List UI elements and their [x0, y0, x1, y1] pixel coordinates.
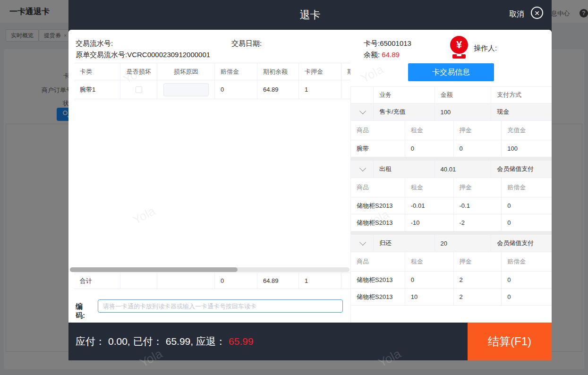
amount-cell: 20: [435, 235, 492, 252]
sub-table-row: 储物柜S2013 -0.01 -0.1 0: [351, 197, 552, 214]
deposit-cell: 2: [454, 272, 502, 288]
chevron-down-icon[interactable]: [359, 239, 366, 246]
sub-table-row: 腕带 0 0 100: [351, 140, 552, 157]
deposit-cell: 0: [454, 140, 502, 157]
balance-value: 64.89: [382, 51, 400, 59]
goods-cell: 储物柜S2013: [351, 214, 405, 231]
cell-compensation: 0: [215, 80, 257, 99]
total-damaged: [120, 273, 157, 289]
balance: 余额: 64.89: [364, 51, 400, 60]
rent-cell: 0: [405, 140, 454, 157]
rent-cell: 10: [405, 289, 454, 305]
deposit-cell: 2: [454, 289, 502, 305]
subcol-recharge: 充值金: [502, 121, 552, 140]
subcol-deposit: 押金: [454, 178, 502, 197]
operator-yuan-icon: ¥: [449, 36, 470, 59]
operator-label: 操作人:: [474, 44, 497, 53]
subcol-deposit: 押金: [454, 121, 502, 140]
card-no: 卡号:65001013: [364, 39, 411, 48]
yuan-icon-base: [452, 54, 466, 59]
chevron-down-icon[interactable]: [359, 165, 366, 171]
modal-header: 退卡 取消 ✕: [68, 0, 552, 30]
modal-title: 退卡: [68, 0, 552, 30]
total-card-deposit: 1: [299, 273, 341, 289]
code-input[interactable]: [98, 299, 343, 313]
subcol-goods: 商品: [351, 252, 405, 271]
paid-value: 65.99,: [166, 336, 193, 347]
subcol-goods: 商品: [351, 178, 405, 197]
col-card-deposit: 卡押金: [299, 63, 341, 80]
damage-reason-input[interactable]: [163, 83, 209, 96]
card-no-label: 卡号:: [364, 39, 380, 47]
goods-cell: 储物柜S2013: [351, 272, 405, 288]
sub-table-header: 商品 租金 押金 赔偿金: [351, 178, 552, 197]
cell-card-type: 腕带1: [74, 80, 120, 99]
settlement-summary: 应付： 0.00, 已付： 65.99, 应退： 65.99: [76, 323, 256, 360]
table-row: 腕带1 0 64.89 1: [74, 80, 350, 99]
card-trade-info-panel: 业务 金额 支付方式 售卡/充值 100 现金 商品 租金 押金 充值金: [350, 86, 552, 323]
cell-card-deposit: 1: [299, 80, 341, 99]
trade-table-header: 业务 金额 支付方式: [351, 86, 552, 103]
sub-table-header: 商品 租金 押金 赔偿金: [351, 252, 552, 272]
close-icon[interactable]: ✕: [531, 7, 543, 19]
sub-table-row: 储物柜S2013 -10 -2 0: [351, 214, 552, 231]
col-initial-balance: 期初余额: [257, 63, 299, 80]
total-final-balance: [341, 273, 350, 289]
col-amount: 金额: [435, 87, 492, 103]
cancel-button[interactable]: 取消: [509, 9, 524, 19]
sub-table-header: 商品 租金 押金 充值金: [351, 121, 552, 140]
screen: 一卡通退卡 消息中心 ? 实时概览 提货券 × 卡号: 商户订单号: 状态: 退…: [0, 0, 588, 375]
payment-cell: 会员储值支付: [491, 235, 552, 252]
refund-label: 应退：: [196, 335, 226, 348]
subcol-deposit: 押金: [454, 252, 502, 271]
cell-final-balance: [341, 80, 350, 99]
goods-cell: 储物柜S2013: [351, 289, 405, 305]
payable-label: 应付：: [76, 335, 105, 348]
subcol-compensation: 赔偿金: [502, 178, 552, 197]
business-cell: 归还: [374, 235, 435, 252]
paid-label: 已付：: [133, 335, 163, 348]
scrollbar-thumb[interactable]: [70, 267, 238, 272]
cell-initial-balance: 64.89: [257, 80, 299, 99]
sub-table-row: 储物柜S2013 10 2 0: [351, 289, 552, 306]
damaged-checkbox[interactable]: [136, 86, 142, 93]
section-row-sale-recharge: 售卡/充值 100 现金: [351, 103, 552, 121]
horizontal-scrollbar[interactable]: [70, 267, 349, 272]
code-label: 编码:: [76, 302, 85, 320]
refund-value: 65.99: [229, 336, 254, 347]
col-damage-reason: 损坏原因: [157, 63, 215, 80]
col-card-type: 卡类: [74, 63, 120, 80]
col-expand: [351, 87, 374, 103]
total-label: 合计: [74, 273, 120, 289]
card-return-table-header: 卡类 是否损坏 损坏原因 赔偿金 期初余额 卡押金 期末余额: [74, 63, 350, 80]
expand-cell: [351, 235, 374, 252]
amount-cell: 100: [435, 103, 492, 120]
total-damage-reason: [157, 273, 215, 289]
subcol-rent: 租金: [405, 178, 454, 197]
total-row: 合计 0 64.89 1: [74, 273, 350, 289]
settle-button[interactable]: 结算(F1): [468, 323, 552, 360]
payment-cell: 现金: [491, 103, 552, 120]
compensation-cell: 0: [502, 272, 552, 288]
yuan-glyph: ¥: [450, 36, 468, 54]
section-row-rent-out: 出租 40.01 会员储值支付: [351, 161, 552, 178]
col-business: 业务: [374, 87, 435, 103]
section-divider: [351, 157, 552, 161]
compensation-cell: 0: [502, 289, 552, 305]
compensation-cell: 0: [502, 197, 552, 214]
rent-cell: 0: [405, 272, 454, 288]
section-row-return: 归还 20 会员储值支付: [351, 235, 552, 252]
amount-cell: 40.01: [435, 161, 492, 178]
rent-cell: -10: [405, 214, 454, 231]
subcol-rent: 租金: [405, 252, 454, 271]
expand-cell: [351, 161, 374, 178]
chevron-down-icon[interactable]: [359, 108, 366, 114]
total-compensation: 0: [215, 273, 257, 289]
watermark: Yola: [358, 62, 386, 86]
business-cell: 售卡/充值: [374, 103, 435, 120]
return-card-modal: 退卡 取消 ✕ Yola Yola Yola Yola 交易流水号: 原单交易流…: [68, 0, 552, 360]
col-payment: 支付方式: [491, 87, 552, 103]
compensation-cell: 0: [502, 214, 552, 231]
col-final-balance: 期末余额: [341, 63, 350, 80]
card-trade-info-button[interactable]: 卡交易信息: [408, 63, 494, 81]
